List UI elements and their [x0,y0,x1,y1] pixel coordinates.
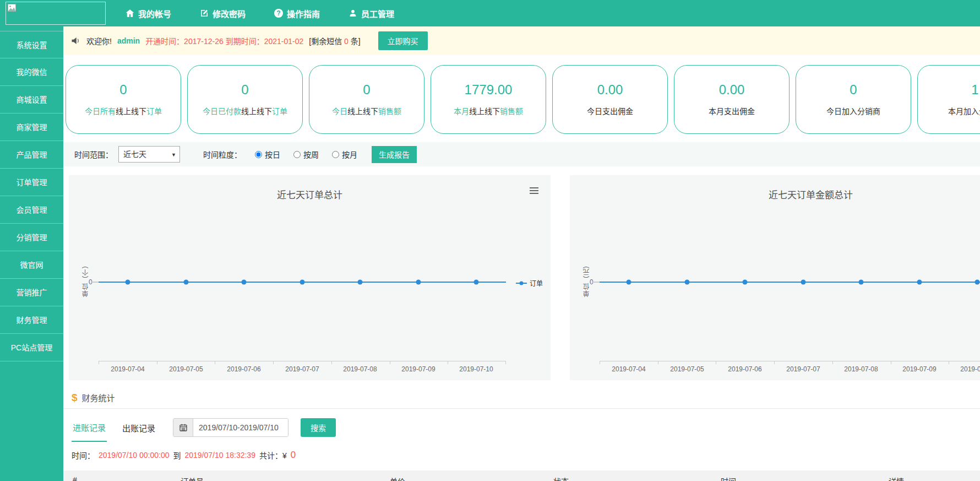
tab-income-records[interactable]: 进账记录 [72,414,107,442]
dashboard-screen: 我的帐号 修改密码 ? 操作指南 员工管理 系统设置 [0,0,980,481]
x-tick-label: 2019-07-04 [111,365,144,373]
legend-orders[interactable]: 订单 [516,278,543,288]
sidebar-item-distribution-mgmt[interactable]: 分销管理 [0,224,63,251]
data-point[interactable] [975,280,980,285]
col-time: 时间 [721,475,736,481]
stat-card-month-sales[interactable]: 1779.00 本月线上线下销售额 [431,65,546,134]
search-button[interactable]: 搜索 [301,418,336,437]
legend-marker-icon [516,283,527,284]
x-tick-label: 2019-07-09 [401,365,435,373]
sidebar-item-finance-mgmt[interactable]: 财务管理 [0,306,63,334]
x-tick-label: 2019-07-07 [285,365,319,373]
data-point[interactable] [416,280,421,285]
stat-card-today-all-orders[interactable]: 0 今日所有线上线下订单 [66,65,181,134]
col-status: 状态 [553,475,569,481]
nav-guide[interactable]: ? 操作指南 [274,8,320,19]
radio-by-month-input[interactable] [332,151,339,158]
x-tick-label: 2019-07-08 [844,365,878,373]
data-point[interactable] [126,280,130,285]
chart-title: 近七天订单总计 [69,187,551,201]
data-point[interactable] [859,280,864,285]
sidebar-item-my-wechat[interactable]: 我的微信 [0,58,63,86]
summary-total-value: 0 [291,450,296,461]
question-icon: ? [274,9,283,18]
radio-by-month[interactable]: 按月 [332,149,357,160]
sidebar-item-product-mgmt[interactable]: 产品管理 [0,141,63,169]
chart-menu-icon[interactable] [530,187,538,196]
radio-by-week-input[interactable] [293,151,301,158]
data-point[interactable] [184,280,189,285]
home-icon [126,9,134,18]
main-content: 欢迎你! admin 开通时间：2017-12-26 到期时间：2021-01-… [63,26,980,481]
x-tick-label: 2019-07-07 [786,365,820,373]
sidebar-item-mall-settings[interactable]: 商城设置 [0,86,63,114]
nav-change-password[interactable]: 修改密码 [200,8,246,19]
order-amount-chart: 近七天订单金额总计 单位（元） 0 2019-07-04 2019-07-05 [570,175,980,380]
calendar-icon [173,419,193,436]
edit-icon [200,9,209,18]
summary-from: 2019/07/10 00:00:00 [99,451,169,460]
nav-label: 我的帐号 [138,8,171,19]
data-point[interactable] [358,280,363,285]
x-tick-label: 2019-07-06 [728,365,761,373]
finance-section-title: 财务统计 [82,392,115,403]
time-range-select[interactable]: 近七天 ▼ [118,146,180,163]
nav-label: 操作指南 [287,8,320,19]
username: admin [117,36,140,45]
x-axis [600,361,980,361]
stat-card-today-sales[interactable]: 0 今日线上线下销售额 [309,65,424,134]
radio-by-day-input[interactable] [255,151,262,158]
stat-card-today-paid-orders[interactable]: 0 今日已付款线上线下订单 [187,65,303,134]
data-point[interactable] [801,280,806,285]
sms-remaining: [剩余短信 0 条] [309,35,360,46]
tab-expense-records[interactable]: 出账记录 [121,414,156,441]
nav-staff[interactable]: 员工管理 [349,8,394,19]
user-icon [349,9,357,18]
records-table-header: # 订单号 单价 状态 时间 详情 [63,471,980,481]
data-point[interactable] [242,280,247,285]
sidebar: 系统设置 我的微信 商城设置 商家管理 产品管理 订单管理 会员管理 分销管理 … [0,26,63,481]
stat-card-today-distributors[interactable]: 0 今日加入分销商 [796,65,911,134]
x-tick-label: 2019-07-06 [227,365,260,373]
top-navigation: 我的帐号 修改密码 ? 操作指南 员工管理 [126,0,394,26]
topbar: 我的帐号 修改密码 ? 操作指南 员工管理 [0,0,980,26]
chart-title: 近七天订单金额总计 [570,187,980,201]
nav-label: 修改密码 [213,8,246,19]
data-point[interactable] [627,280,631,285]
sidebar-item-pc-site-mgmt[interactable]: PC站点管理 [0,334,63,361]
nav-label: 员工管理 [361,8,394,19]
data-point[interactable] [917,280,922,285]
data-point[interactable] [300,280,305,285]
radio-by-week[interactable]: 按周 [293,149,319,160]
stat-card-month-commission[interactable]: 0.00 本月支出佣金 [674,65,790,134]
data-point[interactable] [474,280,479,285]
x-tick-label: 2019-07-04 [612,365,645,373]
x-tick-label: 2019-07-08 [343,365,377,373]
col-detail: 详情 [889,475,904,481]
granularity-label: 时间粒度： [203,149,242,160]
sms-count: 0 [344,37,349,46]
x-tick-label: 2019-07-10 [960,365,980,373]
sidebar-item-merchant-mgmt[interactable]: 商家管理 [0,114,63,141]
generate-report-button[interactable]: 生成报告 [372,146,417,163]
sidebar-item-marketing[interactable]: 营销推广 [0,279,63,306]
stat-card-today-commission[interactable]: 0.00 今日支出佣金 [552,65,668,134]
sidebar-item-micro-site[interactable]: 微官网 [0,251,63,279]
dollar-icon: $ [72,392,78,404]
axis-stub [592,282,600,283]
radio-by-day[interactable]: 按日 [255,149,280,160]
sidebar-item-system-settings[interactable]: 系统设置 [0,31,63,58]
date-range-input[interactable] [193,419,288,436]
nav-my-account[interactable]: 我的帐号 [126,8,171,19]
sidebar-item-member-mgmt[interactable]: 会员管理 [0,196,63,224]
axis-stub [91,282,99,283]
data-point[interactable] [685,280,690,285]
time-range-label: 时间范围： [74,149,113,160]
summary-time-label: 时间： [72,450,95,461]
buy-now-button[interactable]: 立即购买 [378,31,428,50]
stat-cards-row: 0 今日所有线上线下订单 0 今日已付款线上线下订单 0 今日线上线下销售额 1… [66,65,980,135]
data-point[interactable] [743,280,748,285]
sidebar-item-order-mgmt[interactable]: 订单管理 [0,169,63,196]
stat-card-month-distributors[interactable]: 1 本月加入分销商 [917,65,980,134]
finance-summary: 时间： 2019/07/10 00:00:00 到 2019/07/10 18:… [63,450,296,461]
